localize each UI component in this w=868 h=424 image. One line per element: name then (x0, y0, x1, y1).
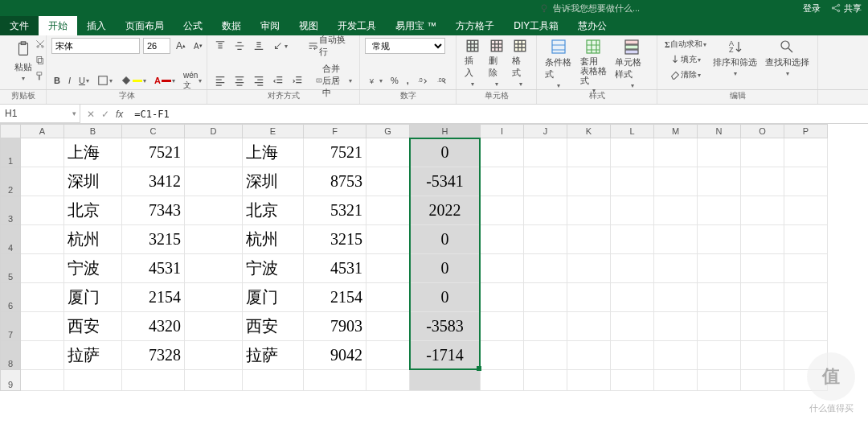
tell-me[interactable]: 告诉我您想要做什么... (538, 2, 640, 14)
cell-O7[interactable] (741, 312, 784, 341)
col-header-D[interactable]: D (185, 124, 243, 138)
cell-C3[interactable]: 7343 (122, 196, 185, 225)
col-header-A[interactable]: A (21, 124, 64, 138)
cell-B9[interactable] (64, 370, 122, 391)
increase-indent-button[interactable] (289, 73, 305, 88)
cell-G5[interactable] (366, 254, 410, 283)
cell-D8[interactable] (185, 341, 243, 370)
cell-J6[interactable] (524, 283, 567, 312)
col-header-H[interactable]: H (410, 124, 481, 138)
cell-A6[interactable] (21, 283, 64, 312)
login-link[interactable]: 登录 (803, 2, 821, 14)
cell-C1[interactable]: 7521 (122, 138, 185, 167)
cell-L9[interactable] (611, 370, 654, 391)
cell-J2[interactable] (524, 167, 567, 196)
cell-C5[interactable]: 4531 (122, 254, 185, 283)
cell-C8[interactable]: 7328 (122, 341, 185, 370)
cell-M5[interactable] (654, 254, 698, 283)
name-box[interactable]: H1▾ (0, 105, 80, 123)
cell-I9[interactable] (481, 370, 524, 391)
copy-button[interactable] (32, 53, 48, 68)
cell-C9[interactable] (122, 370, 185, 391)
cell-N8[interactable] (698, 341, 741, 370)
cell-G9[interactable] (366, 370, 410, 391)
cell-K6[interactable] (567, 283, 611, 312)
table-format-button[interactable]: 套用 表格格式▾ (577, 37, 611, 96)
fill-color-button[interactable]: ▾ (118, 73, 149, 88)
cell-L2[interactable] (611, 167, 654, 196)
bold-button[interactable]: B (51, 74, 63, 87)
cell-L4[interactable] (611, 225, 654, 254)
cell-H5[interactable]: 0 (410, 254, 481, 283)
cell-F4[interactable]: 3215 (304, 225, 366, 254)
align-middle-button[interactable] (231, 39, 248, 53)
font-color-button[interactable]: A▾ (152, 74, 178, 87)
cell-I1[interactable] (481, 138, 524, 167)
cell-D2[interactable] (185, 167, 243, 196)
cell-L7[interactable] (611, 312, 654, 341)
format-cells-button[interactable]: 格式▾ (509, 37, 531, 89)
row-header-7[interactable]: 7 (0, 312, 21, 341)
tab-file[interactable]: 文件 (0, 16, 39, 35)
cell-A9[interactable] (21, 370, 64, 391)
cell-B4[interactable]: 杭州 (64, 225, 122, 254)
sort-filter-button[interactable]: AZ排序和筛选▾ (710, 37, 760, 79)
cell-G7[interactable] (366, 312, 410, 341)
align-top-button[interactable] (212, 39, 228, 53)
cell-N1[interactable] (698, 138, 741, 167)
cell-J7[interactable] (524, 312, 567, 341)
cell-K2[interactable] (567, 167, 611, 196)
italic-button[interactable]: I (66, 74, 73, 87)
cancel-formula-button[interactable]: ✕ (87, 109, 95, 120)
cell-D4[interactable] (185, 225, 243, 254)
col-header-N[interactable]: N (698, 124, 741, 138)
cell-E6[interactable]: 厦门 (243, 283, 304, 312)
comma-button[interactable]: , (404, 74, 411, 87)
cell-O5[interactable] (741, 254, 784, 283)
cell-H6[interactable]: 0 (410, 283, 481, 312)
cell-M3[interactable] (654, 196, 698, 225)
col-header-P[interactable]: P (784, 124, 828, 138)
cell-J9[interactable] (524, 370, 567, 391)
cell-A7[interactable] (21, 312, 64, 341)
cell-P1[interactable] (784, 138, 828, 167)
cell-L3[interactable] (611, 196, 654, 225)
cell-G8[interactable] (366, 341, 410, 370)
font-size-input[interactable] (143, 38, 170, 54)
cell-A8[interactable] (21, 341, 64, 370)
cell-N2[interactable] (698, 167, 741, 196)
cell-H9[interactable] (410, 370, 481, 391)
cell-N7[interactable] (698, 312, 741, 341)
cell-E1[interactable]: 上海 (243, 138, 304, 167)
cell-H3[interactable]: 2022 (410, 196, 481, 225)
spreadsheet-grid[interactable]: ABCDEFGHIJKLMNOP 1上海7521上海752102深圳3412深圳… (0, 124, 868, 391)
share-button[interactable]: 共享 (830, 2, 862, 14)
cell-O8[interactable] (741, 341, 784, 370)
cell-O4[interactable] (741, 225, 784, 254)
cell-G6[interactable] (366, 283, 410, 312)
tab-hbg[interactable]: 慧办公 (568, 16, 616, 35)
tab-formulas[interactable]: 公式 (174, 16, 212, 35)
cell-E5[interactable]: 宁波 (243, 254, 304, 283)
cell-L8[interactable] (611, 341, 654, 370)
cell-M2[interactable] (654, 167, 698, 196)
col-header-C[interactable]: C (122, 124, 185, 138)
delete-cells-button[interactable]: 删除▾ (485, 37, 508, 89)
cell-B6[interactable]: 厦门 (64, 283, 122, 312)
cell-A5[interactable] (21, 254, 64, 283)
col-header-F[interactable]: F (304, 124, 366, 138)
cell-D5[interactable] (185, 254, 243, 283)
insert-cells-button[interactable]: 插入▾ (461, 37, 484, 89)
cell-K8[interactable] (567, 341, 611, 370)
cell-I8[interactable] (481, 341, 524, 370)
cell-L1[interactable] (611, 138, 654, 167)
cell-H8[interactable]: -1714 (410, 341, 481, 370)
border-button[interactable]: ▾ (95, 73, 115, 88)
tab-fgz[interactable]: 方方格子 (446, 16, 504, 35)
cell-I2[interactable] (481, 167, 524, 196)
cell-B1[interactable]: 上海 (64, 138, 122, 167)
orientation-button[interactable]: ▾ (270, 39, 290, 53)
cell-J5[interactable] (524, 254, 567, 283)
cut-button[interactable] (32, 37, 48, 51)
align-bottom-button[interactable] (251, 39, 267, 53)
